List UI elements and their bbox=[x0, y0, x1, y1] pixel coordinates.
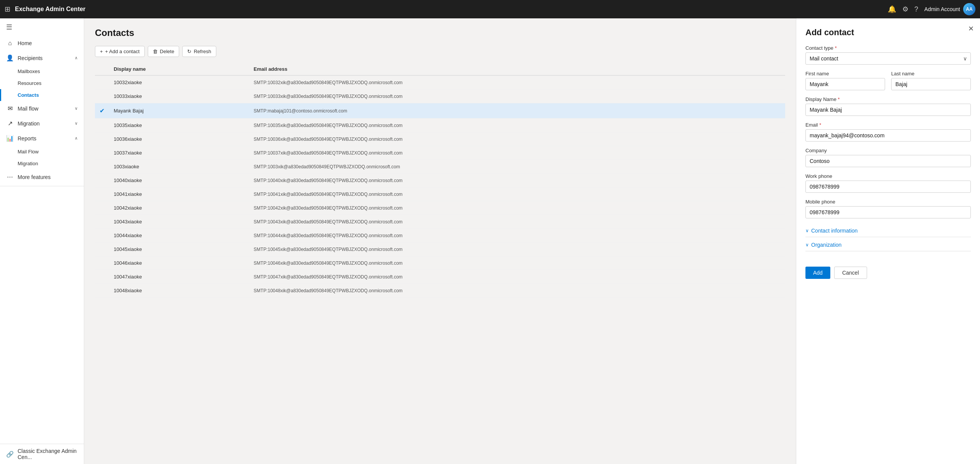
contact-type-group: Contact type * Mail contact Mail user ∨ bbox=[805, 45, 971, 65]
table-row[interactable]: 10035xiaokeSMTP:10035xik@a830edad9050849… bbox=[95, 119, 785, 132]
user-name: Admin Account bbox=[924, 6, 960, 12]
last-name-group: Last name bbox=[891, 71, 971, 90]
table-row[interactable]: 10042xiaokeSMTP:10042xik@a830edad9050849… bbox=[95, 201, 785, 215]
table-row[interactable]: 10045xiaokeSMTP:10045xik@a830edad9050849… bbox=[95, 243, 785, 256]
panel-footer: Add Cancel bbox=[805, 260, 971, 279]
table-row[interactable]: 10041xiaokeSMTP:10041xik@a830edad9050849… bbox=[95, 187, 785, 201]
contact-email: SMTP:10047xik@a830edad9050849EQTPWBJZXOD… bbox=[249, 270, 785, 284]
col-email: Email address bbox=[249, 63, 785, 75]
sidebar-item-mail-flow[interactable]: ✉ Mail flow ∨ bbox=[0, 101, 84, 116]
table-row[interactable]: 10047xiaokeSMTP:10047xik@a830edad9050849… bbox=[95, 270, 785, 284]
row-checkbox-cell bbox=[95, 201, 109, 215]
row-checkbox-cell bbox=[95, 215, 109, 229]
row-checkbox-cell bbox=[95, 132, 109, 146]
table-row[interactable]: 10046xiaokeSMTP:10046xik@a830edad9050849… bbox=[95, 256, 785, 270]
table-row[interactable]: 10048xiaokeSMTP:10048xik@a830edad9050849… bbox=[95, 284, 785, 298]
add-button[interactable]: Add bbox=[805, 267, 830, 279]
sidebar-item-contacts[interactable]: Contacts bbox=[0, 89, 84, 101]
contact-name: 10032xiaoke bbox=[109, 75, 249, 90]
user-menu[interactable]: Admin Account AA bbox=[924, 3, 975, 15]
mail-flow-icon: ✉ bbox=[6, 105, 14, 112]
email-label: Email * bbox=[805, 122, 971, 128]
contacts-panel: Contacts + + Add a contact 🗑 Delete ↻ Re… bbox=[84, 18, 796, 464]
email-input[interactable] bbox=[805, 129, 971, 142]
contact-type-select[interactable]: Mail contact Mail user bbox=[805, 52, 971, 65]
delete-button[interactable]: 🗑 Delete bbox=[148, 46, 180, 57]
work-phone-label: Work phone bbox=[805, 173, 971, 179]
row-checkbox-cell bbox=[95, 119, 109, 132]
reports-icon: 📊 bbox=[6, 135, 14, 142]
cancel-button[interactable]: Cancel bbox=[834, 267, 867, 279]
contact-name: Mayank Bajaj bbox=[109, 103, 249, 119]
row-checkbox-cell bbox=[95, 75, 109, 90]
row-checkbox-cell bbox=[95, 174, 109, 187]
chevron-down-icon: ∨ bbox=[805, 228, 809, 233]
sidebar-item-label: Mail flow bbox=[18, 106, 71, 112]
grid-icon[interactable]: ⊞ bbox=[5, 5, 10, 13]
row-checkbox-cell bbox=[95, 160, 109, 174]
table-row[interactable]: 10043xiaokeSMTP:10043xik@a830edad9050849… bbox=[95, 215, 785, 229]
company-label: Company bbox=[805, 148, 971, 153]
row-checkbox-cell: ✔ bbox=[95, 103, 109, 119]
table-row[interactable]: 10036xiaokeSMTP:10036xik@a830edad9050849… bbox=[95, 132, 785, 146]
table-row[interactable]: 10033xiaokeSMTP:10033xik@a830edad9050849… bbox=[95, 90, 785, 103]
sidebar-toggle[interactable]: ☰ bbox=[0, 18, 84, 36]
contact-info-toggle[interactable]: ∨ Contact information bbox=[805, 225, 971, 237]
sidebar-item-reports[interactable]: 📊 Reports ∧ bbox=[0, 131, 84, 146]
add-icon: + bbox=[100, 49, 103, 54]
work-phone-input[interactable] bbox=[805, 181, 971, 193]
settings-icon[interactable]: ⚙ bbox=[902, 5, 908, 13]
contact-info-label: Contact information bbox=[811, 228, 858, 234]
table-row[interactable]: 1003xiaokeSMTP:1003xik@a830edad9050849EQ… bbox=[95, 160, 785, 174]
chevron-down-icon: ∨ bbox=[805, 242, 809, 247]
table-row[interactable]: 10044xiaokeSMTP:10044xik@a830edad9050849… bbox=[95, 229, 785, 243]
display-name-input[interactable] bbox=[805, 104, 971, 116]
contact-name: 10040xiaoke bbox=[109, 174, 249, 187]
sidebar-item-migration-report[interactable]: Migration bbox=[0, 158, 84, 169]
sidebar-item-recipients[interactable]: 👤 Recipients ∧ bbox=[0, 50, 84, 65]
sidebar-item-migration[interactable]: ↗ Migration ∨ bbox=[0, 116, 84, 131]
classic-admin-icon: 🔗 bbox=[6, 451, 14, 458]
table-row[interactable]: 10032xiaokeSMTP:10032xik@a830edad9050849… bbox=[95, 75, 785, 90]
contact-email: SMTP:mabajaj101@contoso.onmicrosoft.com bbox=[249, 103, 785, 119]
refresh-button[interactable]: ↻ Refresh bbox=[182, 46, 216, 57]
organization-toggle[interactable]: ∨ Organization bbox=[805, 239, 971, 251]
row-checkbox-cell bbox=[95, 243, 109, 256]
sidebar-item-label: Migration bbox=[18, 120, 71, 127]
sidebar-item-mailboxes[interactable]: Mailboxes bbox=[0, 65, 84, 77]
sidebar-item-home[interactable]: ⌂ Home bbox=[0, 36, 84, 50]
sidebar-item-label: More features bbox=[18, 174, 78, 180]
contact-name: 10048xiaoke bbox=[109, 284, 249, 298]
contact-name: 10036xiaoke bbox=[109, 132, 249, 146]
sidebar-item-classic-admin[interactable]: 🔗 Classic Exchange Admin Cen... bbox=[0, 444, 84, 464]
close-button[interactable]: ✕ bbox=[968, 24, 974, 33]
contact-name: 10045xiaoke bbox=[109, 243, 249, 256]
contact-type-select-wrapper: Mail contact Mail user ∨ bbox=[805, 52, 971, 65]
page-title: Contacts bbox=[95, 28, 785, 38]
help-icon[interactable]: ? bbox=[915, 5, 918, 13]
notifications-icon[interactable]: 🔔 bbox=[888, 5, 896, 13]
company-group: Company bbox=[805, 148, 971, 167]
sidebar-item-mail-flow-report[interactable]: Mail Flow bbox=[0, 146, 84, 158]
first-name-input[interactable] bbox=[805, 78, 885, 90]
row-checkbox-cell bbox=[95, 284, 109, 298]
add-contact-button[interactable]: + + Add a contact bbox=[95, 46, 145, 57]
company-input[interactable] bbox=[805, 155, 971, 167]
last-name-input[interactable] bbox=[891, 78, 971, 90]
contact-name: 10043xiaoke bbox=[109, 215, 249, 229]
table-row[interactable]: 10037xiaokeSMTP:10037xik@a830edad9050849… bbox=[95, 146, 785, 160]
mobile-phone-input[interactable] bbox=[805, 206, 971, 218]
contact-email: SMTP:10045xik@a830edad9050849EQTPWBJZXOD… bbox=[249, 243, 785, 256]
sidebar-item-resources[interactable]: Resources bbox=[0, 77, 84, 89]
contact-email: SMTP:10048xik@a830edad9050849EQTPWBJZXOD… bbox=[249, 284, 785, 298]
check-icon: ✔ bbox=[100, 107, 105, 114]
first-name-label: First name bbox=[805, 71, 885, 77]
main-content: Contacts + + Add a contact 🗑 Delete ↻ Re… bbox=[84, 18, 980, 464]
mobile-phone-label: Mobile phone bbox=[805, 199, 971, 205]
chevron-up-icon: ∧ bbox=[75, 55, 78, 60]
app-title: Exchange Admin Center bbox=[15, 6, 883, 13]
sidebar-item-more-features[interactable]: ⋯ More features bbox=[0, 169, 84, 184]
table-row[interactable]: ✔Mayank BajajSMTP:mabajaj101@contoso.onm… bbox=[95, 103, 785, 119]
table-row[interactable]: 10040xiaokeSMTP:10040xik@a830edad9050849… bbox=[95, 174, 785, 187]
panel-title: Add contact bbox=[805, 28, 971, 37]
